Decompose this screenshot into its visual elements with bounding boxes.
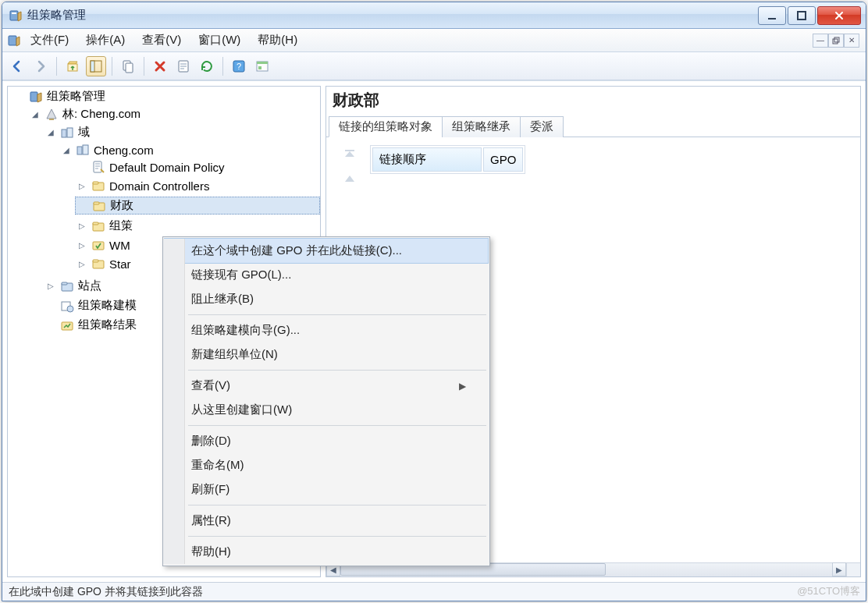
- tab-linked-gpos[interactable]: 链接的组策略对象: [329, 116, 443, 137]
- ctx-new-ou-label: 新建组织单位(N): [191, 347, 278, 362]
- menu-help[interactable]: 帮助(H): [250, 31, 305, 49]
- expand-icon[interactable]: ▷: [76, 239, 87, 250]
- tree-gpo-container[interactable]: ▷ 组策: [75, 218, 320, 234]
- tree-gpo-container-label: 组策: [109, 218, 133, 233]
- move-top-icon[interactable]: [341, 148, 358, 164]
- svg-rect-22: [62, 129, 66, 137]
- up-button[interactable]: [62, 56, 83, 76]
- tree-starter-label: Star: [109, 257, 131, 271]
- expand-icon[interactable]: ▷: [76, 180, 87, 191]
- expand-icon[interactable]: ▷: [76, 221, 87, 232]
- toolbar-separator: [56, 57, 57, 76]
- toolbar-separator: [222, 57, 223, 76]
- show-hide-tree-button[interactable]: [86, 56, 106, 76]
- context-menu[interactable]: 在这个域中创建 GPO 并在此处链接(C)... 链接现有 GPO(L)... …: [162, 236, 490, 566]
- details-title: 财政部: [326, 87, 860, 115]
- collapse-icon[interactable]: ◢: [45, 127, 56, 138]
- menu-action[interactable]: 操作(A): [78, 31, 133, 49]
- delete-button[interactable]: [150, 56, 170, 76]
- hscroll-right[interactable]: ▶: [832, 562, 846, 576]
- titlebar[interactable]: 组策略管理: [2, 2, 866, 29]
- svg-rect-0: [10, 11, 18, 20]
- menu-file[interactable]: 文件(F): [23, 31, 76, 49]
- options-button[interactable]: [252, 56, 272, 76]
- maximize-button[interactable]: [788, 6, 816, 25]
- ctx-help[interactable]: 帮助(H): [165, 540, 488, 564]
- svg-rect-5: [833, 39, 838, 44]
- col-gpo[interactable]: GPO: [483, 147, 523, 172]
- refresh-button[interactable]: [197, 56, 217, 76]
- ctx-separator: [188, 536, 486, 537]
- gpm-icon: [29, 90, 43, 104]
- mdi-minimize-button[interactable]: —: [813, 34, 828, 48]
- svg-rect-28: [93, 182, 98, 184]
- ctx-create-gpo-link[interactable]: 在这个域中创建 GPO 并在此处链接(C)...: [164, 238, 489, 264]
- tree-gp-modeling-label: 组策略建模: [78, 298, 137, 313]
- mdi-restore-button[interactable]: [828, 34, 844, 48]
- minimize-button[interactable]: [758, 6, 786, 25]
- svg-rect-26: [94, 161, 101, 172]
- close-button[interactable]: [817, 6, 861, 25]
- ctx-link-existing[interactable]: 链接现有 GPO(L)...: [165, 263, 488, 287]
- mdi-close-button[interactable]: ✕: [844, 34, 859, 48]
- svg-rect-24: [77, 147, 82, 154]
- ctx-block-inheritance[interactable]: 阻止继承(B): [165, 287, 488, 311]
- ctx-rename[interactable]: 重命名(M): [165, 453, 488, 477]
- tree-root[interactable]: 组策略管理: [12, 88, 320, 105]
- svg-rect-2: [768, 18, 776, 20]
- properties-button[interactable]: [173, 56, 194, 76]
- tree-default-domain-policy[interactable]: Default Domain Policy: [75, 159, 320, 175]
- svg-rect-21: [30, 92, 37, 101]
- svg-rect-3: [798, 12, 806, 20]
- svg-rect-37: [62, 282, 67, 285]
- tree-wmi-label: WM: [109, 239, 130, 252]
- wmi-icon: [91, 238, 105, 252]
- ctx-refresh[interactable]: 刷新(F): [165, 477, 488, 502]
- col-link-order[interactable]: 链接顺序: [372, 147, 482, 172]
- ctx-view[interactable]: 查看(V)▶: [165, 374, 488, 398]
- ctx-view-label: 查看(V): [191, 378, 230, 393]
- back-button[interactable]: [7, 56, 27, 76]
- ctx-new-window[interactable]: 从这里创建窗口(W): [165, 398, 488, 422]
- tree-domains[interactable]: ◢ 域: [44, 124, 320, 140]
- folder-icon: [91, 219, 105, 233]
- ctx-modeling-wizard[interactable]: 组策略建模向导(G)...: [165, 318, 488, 342]
- tab-delegation[interactable]: 委派: [520, 116, 564, 137]
- forest-icon: [44, 108, 59, 122]
- ctx-new-window-label: 从这里创建窗口(W): [191, 403, 292, 417]
- expand-icon[interactable]: ▷: [45, 281, 56, 292]
- copy-button[interactable]: [118, 56, 138, 76]
- linked-gpo-grid[interactable]: 链接顺序 GPO: [370, 145, 525, 174]
- tree-gp-results-label: 组策略结果: [78, 317, 137, 332]
- ctx-new-ou[interactable]: 新建组织单位(N): [165, 342, 488, 367]
- svg-rect-23: [67, 128, 73, 137]
- ctx-separator: [188, 425, 486, 426]
- forward-button[interactable]: [30, 56, 51, 76]
- ctx-separator: [188, 505, 486, 505]
- ctx-separator: [188, 370, 486, 371]
- tab-inheritance[interactable]: 组策略继承: [442, 116, 521, 137]
- ctx-properties-label: 属性(R): [191, 513, 231, 528]
- expand-icon[interactable]: ▷: [76, 258, 87, 269]
- help-button[interactable]: ?: [229, 56, 249, 76]
- svg-rect-41: [345, 150, 354, 151]
- ctx-properties[interactable]: 属性(R): [165, 509, 488, 533]
- menu-window[interactable]: 窗口(W): [190, 31, 248, 49]
- move-up-icon[interactable]: [341, 172, 358, 187]
- app-icon: [9, 9, 23, 23]
- submenu-arrow-icon: ▶: [459, 381, 466, 392]
- menu-view[interactable]: 查看(V): [134, 31, 189, 49]
- toolbar: ?: [2, 52, 866, 80]
- tree-domain-controllers[interactable]: ▷ Domain Controllers: [75, 178, 320, 193]
- tree-ou-finance-label: 财政: [110, 198, 133, 213]
- sites-icon: [60, 279, 74, 293]
- tree-forest[interactable]: ◢ 林: Cheng.com: [28, 106, 320, 122]
- link-order-arrows: [337, 148, 362, 187]
- collapse-icon[interactable]: ◢: [61, 144, 72, 155]
- ctx-delete[interactable]: 删除(D): [165, 429, 488, 453]
- tree-domain-cheng[interactable]: ◢ Cheng.com: [59, 142, 320, 158]
- tree-ou-finance[interactable]: 财政: [75, 197, 320, 215]
- watermark: @51CTO博客: [797, 584, 860, 598]
- svg-rect-35: [93, 260, 98, 262]
- collapse-icon[interactable]: ◢: [30, 109, 41, 120]
